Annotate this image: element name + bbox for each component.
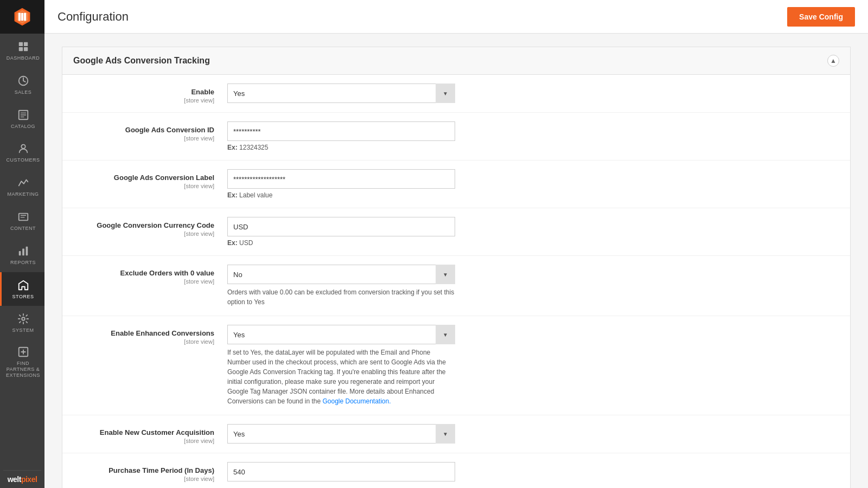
new-customer-label: Enable New Customer Acquisition: [75, 428, 214, 436]
sidebar-item-dashboard[interactable]: DASHBOARD: [0, 34, 44, 68]
conversion-id-scope: [store view]: [75, 135, 214, 142]
tracking-form-body: Enable [store view] Yes No ▼: [62, 75, 850, 488]
tracking-section-toggle[interactable]: ▲: [827, 55, 839, 67]
conversion-label-hint: Ex: Label value: [227, 191, 837, 199]
currency-code-scope: [store view]: [75, 230, 214, 237]
new-customer-scope: [store view]: [75, 438, 214, 444]
sidebar-item-sales[interactable]: SALES: [0, 68, 44, 102]
enhanced-conversions-scope: [store view]: [75, 338, 214, 345]
purchase-time-label-col: Purchase Time Period (In Days) [store vi…: [75, 462, 227, 482]
sidebar-item-marketing[interactable]: MARKETING: [0, 170, 44, 204]
sidebar-item-customers[interactable]: CUSTOMERS: [0, 136, 44, 170]
page-title: Configuration: [58, 10, 129, 24]
exclude-orders-label: Exclude Orders with 0 value: [75, 269, 214, 277]
purchase-time-row: Purchase Time Period (In Days) [store vi…: [62, 453, 850, 488]
purchase-time-scope: [store view]: [75, 476, 214, 482]
svg-rect-13: [25, 247, 28, 256]
sidebar-item-sales-label: SALES: [15, 89, 32, 95]
content-icon: [17, 210, 30, 223]
sidebar-item-content[interactable]: CONTENT: [0, 204, 44, 238]
catalog-icon: [17, 108, 30, 121]
topbar: Configuration Save Config: [44, 0, 868, 34]
sidebar-item-marketing-label: MARKETING: [7, 191, 39, 197]
conversion-label-scope: [store view]: [75, 183, 214, 189]
tracking-section: Google Ads Conversion Tracking ▲ Enable …: [62, 47, 851, 488]
exclude-orders-scope: [store view]: [75, 278, 214, 285]
svg-rect-6: [23, 47, 27, 51]
google-documentation-link[interactable]: Google Documentation.: [322, 397, 391, 405]
find-partners-icon: [17, 345, 30, 358]
sidebar-item-stores-label: STORES: [12, 294, 34, 300]
main-area: Configuration Save Config Google Ads Con…: [44, 0, 868, 488]
exclude-orders-control-col: No Yes ▼ Orders with value 0.00 can be e…: [227, 265, 837, 307]
svg-rect-4: [23, 42, 27, 46]
svg-rect-2: [24, 13, 26, 21]
enable-select-wrapper: Yes No ▼: [227, 84, 455, 103]
purchase-time-label: Purchase Time Period (In Days): [75, 466, 214, 474]
conversion-id-hint: Ex: 12324325: [227, 144, 837, 151]
sales-icon: [17, 74, 30, 87]
sidebar-item-find-partners-label: FIND PARTNERS & EXTENSIONS: [4, 361, 42, 378]
new-customer-row: Enable New Customer Acquisition [store v…: [62, 415, 850, 453]
sidebar-item-catalog-label: CATALOG: [11, 124, 35, 130]
currency-code-label-col: Google Conversion Currency Code [store v…: [75, 217, 227, 237]
new-customer-select[interactable]: Yes No: [227, 424, 455, 444]
enable-scope: [store view]: [75, 97, 214, 104]
sidebar-item-catalog[interactable]: CATALOG: [0, 102, 44, 136]
conversion-id-input[interactable]: [227, 121, 455, 141]
svg-rect-12: [22, 248, 24, 255]
new-customer-label-col: Enable New Customer Acquisition [store v…: [75, 424, 227, 444]
conversion-id-row: Google Ads Conversion ID [store view] Ex…: [62, 113, 850, 160]
sidebar-item-customers-label: CUSTOMERS: [7, 157, 40, 163]
enable-label-col: Enable [store view]: [75, 84, 227, 104]
conversion-label-row: Google Ads Conversion Label [store view]…: [62, 160, 850, 208]
enhanced-conversions-row: Enable Enhanced Conversions [store view]…: [62, 316, 850, 415]
sidebar-item-reports-label: REPORTS: [10, 260, 36, 266]
purchase-time-control-col: [227, 462, 837, 481]
marketing-icon: [17, 176, 30, 189]
conversion-label-label: Google Ads Conversion Label: [75, 174, 214, 182]
exclude-orders-select[interactable]: No Yes: [227, 265, 455, 284]
weltpixel-logo-text: weltpixel: [8, 475, 37, 484]
currency-code-control-col: Ex: USD: [227, 217, 837, 247]
svg-point-14: [22, 318, 25, 321]
sidebar-item-find-partners[interactable]: FIND PARTNERS & EXTENSIONS: [0, 340, 44, 383]
exclude-orders-label-col: Exclude Orders with 0 value [store view]: [75, 265, 227, 285]
sidebar-item-reports[interactable]: REPORTS: [0, 238, 44, 272]
magento-logo-icon: [12, 7, 32, 27]
new-customer-control-col: Yes No ▼: [227, 424, 837, 444]
currency-code-label: Google Conversion Currency Code: [75, 221, 214, 229]
content-area: Google Ads Conversion Tracking ▲ Enable …: [44, 34, 868, 488]
reports-icon: [17, 245, 30, 258]
enhanced-conversions-label-col: Enable Enhanced Conversions [store view]: [75, 325, 227, 345]
exclude-orders-desc: Orders with value 0.00 can be excluded f…: [227, 287, 455, 307]
tracking-section-header[interactable]: Google Ads Conversion Tracking ▲: [62, 47, 850, 75]
enable-row: Enable [store view] Yes No ▼: [62, 75, 850, 113]
currency-code-input[interactable]: [227, 217, 455, 236]
enhanced-conversions-select[interactable]: Yes No: [227, 325, 455, 344]
system-icon: [17, 312, 30, 325]
enable-select[interactable]: Yes No: [227, 84, 455, 103]
stores-icon: [17, 279, 30, 292]
save-config-button[interactable]: Save Config: [787, 7, 855, 27]
conversion-label-input[interactable]: [227, 169, 455, 189]
enable-control-col: Yes No ▼: [227, 84, 837, 103]
exclude-orders-row: Exclude Orders with 0 value [store view]…: [62, 256, 850, 316]
sidebar-item-stores[interactable]: STORES: [0, 272, 44, 306]
svg-point-9: [21, 145, 25, 149]
svg-rect-0: [21, 13, 23, 21]
customers-icon: [17, 142, 30, 155]
enhanced-conversions-control-col: Yes No ▼ If set to Yes, the dataLayer wi…: [227, 325, 837, 406]
svg-rect-10: [18, 214, 28, 221]
weltpixel-branding: weltpixel: [3, 470, 42, 488]
tracking-section-title: Google Ads Conversion Tracking: [73, 56, 210, 66]
sidebar: DASHBOARD SALES CATALOG CUSTOMERS MARKET…: [0, 0, 44, 488]
svg-rect-3: [18, 42, 22, 46]
dashboard-icon: [17, 40, 30, 53]
purchase-time-input[interactable]: [227, 462, 455, 481]
conversion-id-label: Google Ads Conversion ID: [75, 126, 214, 134]
conversion-id-control-col: Ex: 12324325: [227, 121, 837, 151]
sidebar-item-system[interactable]: SYSTEM: [0, 306, 44, 340]
conversion-label-control-col: Ex: Label value: [227, 169, 837, 199]
enhanced-conversions-select-wrapper: Yes No ▼: [227, 325, 455, 344]
